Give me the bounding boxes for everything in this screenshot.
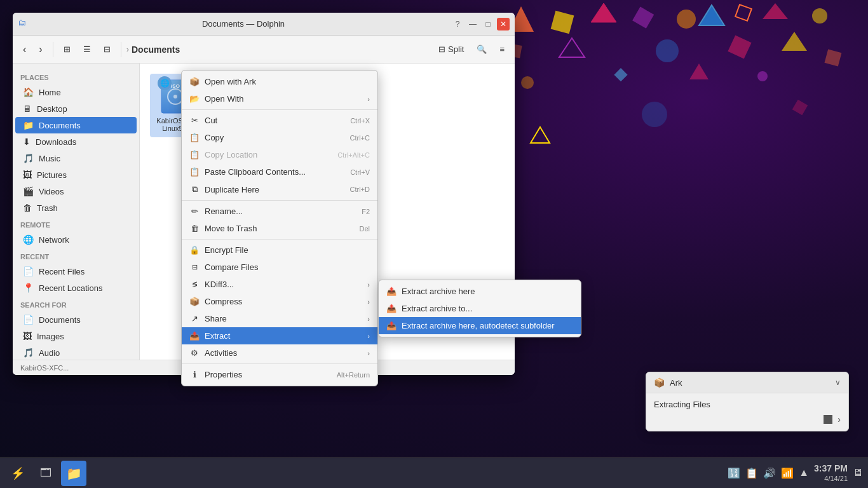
cm-properties[interactable]: ℹ Properties Alt+Return — [182, 366, 377, 383]
cm-rename-label: Rename... — [205, 207, 356, 216]
cm-compress[interactable]: 📦 Compress › — [182, 293, 377, 310]
clock-time: 3:37 PM — [814, 463, 848, 474]
extract-to[interactable]: 📤 Extract archive to... — [379, 300, 581, 317]
title-bar: 🗂 Documents — Dolphin ? — □ ✕ — [13, 13, 515, 36]
ark-collapse-button[interactable]: ∨ — [835, 378, 841, 387]
videos-icon: 🎬 — [23, 186, 34, 196]
cm-compare[interactable]: ⊟ Compare Files — [182, 259, 377, 276]
extract-autodetect[interactable]: 📤 Extract archive here, autodetect subfo… — [379, 317, 581, 334]
sidebar-item-music[interactable]: 🎵 Music — [15, 150, 137, 166]
svg-text:ISO: ISO — [171, 83, 180, 89]
sidebar-label-pictures: Pictures — [37, 170, 67, 180]
cm-dup-shortcut: Ctrl+D — [350, 186, 370, 193]
cm-dup-icon: ⧉ — [189, 184, 200, 194]
toolbar: ‹ › ⊞ ☰ ⊟ › Documents ⊟ Split 🔍 — [13, 36, 515, 64]
breadcrumb[interactable]: Documents — [132, 44, 431, 55]
cm-copy[interactable]: 📋 Copy Ctrl+C — [182, 129, 377, 146]
taskbar-right: 🔢 📋 🔊 📶 ▲ 3:37 PM 4/14/21 🖥 — [728, 463, 863, 483]
ark-notification: 📦 Ark ∨ Extracting Files › — [646, 372, 849, 431]
sidebar-label-music: Music — [39, 154, 60, 163]
sidebar-label-trash: Trash — [37, 203, 58, 213]
cm-rename-shortcut: F2 — [362, 208, 370, 215]
cm-extract[interactable]: 📤 Extract › — [182, 327, 377, 344]
cm-sep-3 — [182, 239, 377, 240]
sidebar-item-home[interactable]: 🏠 Home — [15, 84, 137, 100]
extract-autodetect-icon: 📤 — [386, 321, 397, 330]
cm-compress-label: Compress — [205, 297, 362, 306]
ark-title: Ark — [670, 378, 835, 388]
icon-view-icon: ⊞ — [64, 44, 71, 54]
taskbar-pager-button[interactable]: 🗔 — [33, 461, 58, 486]
cm-trash-shortcut: Del — [359, 225, 370, 233]
cm-copy-icon: 📋 — [189, 133, 200, 142]
taskbar-activities-button[interactable]: ⚡ — [5, 461, 31, 486]
cm-duplicate[interactable]: ⧉ Duplicate Here Ctrl+D — [182, 180, 377, 198]
cm-activities-icon: ⚙ — [189, 348, 200, 358]
screen-icon: 🖥 — [853, 467, 863, 478]
sidebar-item-documents[interactable]: 📁 Documents — [15, 117, 137, 133]
minimize-button[interactable]: — — [466, 18, 479, 30]
cm-activities[interactable]: ⚙ Activities › — [182, 344, 377, 362]
recent-section-label: Recent — [13, 248, 139, 263]
desktop-icon: 🖥 — [23, 104, 32, 114]
detail-view-button[interactable]: ☰ — [78, 39, 96, 60]
window-controls: ? — □ ✕ — [451, 18, 510, 30]
extract-here-label: Extract archive here — [402, 287, 573, 296]
cm-compress-icon: 📦 — [189, 297, 200, 306]
sidebar-item-search-audio[interactable]: 🎵 Audio — [15, 344, 137, 360]
ark-next-button[interactable]: › — [837, 414, 841, 424]
search-button[interactable]: 🔍 — [471, 39, 492, 60]
help-button[interactable]: ? — [451, 18, 464, 30]
cm-properties-label: Properties — [205, 370, 332, 379]
cm-paste[interactable]: 📋 Paste Clipboard Contents... Ctrl+V — [182, 163, 377, 180]
sidebar-item-recent-files[interactable]: 📄 Recent Files — [15, 263, 137, 280]
columns-view-button[interactable]: ⊟ — [98, 39, 116, 60]
sidebar-item-search-images[interactable]: 🖼 Images — [15, 328, 137, 344]
sidebar-item-pictures[interactable]: 🖼 Pictures — [15, 166, 137, 183]
cm-rename[interactable]: ✏ Rename... F2 — [182, 203, 377, 220]
network-indicator: 🔢 — [728, 467, 740, 479]
cm-kdiff3[interactable]: ≶ KDiff3... › — [182, 276, 377, 293]
search-docs-icon: 📄 — [23, 315, 34, 325]
sidebar-label-search-audio: Audio — [39, 348, 60, 358]
cm-open-with[interactable]: 📂 Open With › — [182, 90, 377, 107]
forward-button[interactable]: › — [34, 39, 47, 60]
split-button[interactable]: ⊟ Split — [433, 39, 469, 60]
cm-share[interactable]: ↗ Share › — [182, 310, 377, 327]
back-button[interactable]: ‹ — [18, 39, 31, 60]
ark-stop-button[interactable] — [824, 415, 832, 424]
activities-icon: ⚡ — [11, 466, 25, 480]
cm-encrypt[interactable]: 🔒 Encrypt File — [182, 241, 377, 259]
home-icon: 🏠 — [23, 87, 34, 97]
cm-compare-icon: ⊟ — [189, 263, 200, 271]
sidebar-item-search-documents[interactable]: 📄 Documents — [15, 311, 137, 328]
sidebar-item-desktop[interactable]: 🖥 Desktop — [15, 100, 137, 117]
volume-indicator[interactable]: 🔊 — [763, 467, 776, 479]
extract-here[interactable]: 📤 Extract archive here — [379, 283, 581, 300]
extract-here-icon: 📤 — [386, 287, 397, 296]
documents-icon: 📁 — [23, 120, 34, 130]
cm-trash[interactable]: 🗑 Move to Trash Del — [182, 220, 377, 237]
sidebar-item-network[interactable]: 🌐 Network — [15, 231, 137, 248]
tray-arrow[interactable]: ▲ — [799, 467, 809, 478]
detail-view-icon: ☰ — [83, 44, 91, 54]
maximize-button[interactable]: □ — [482, 18, 494, 30]
close-button[interactable]: ✕ — [497, 18, 510, 30]
sidebar-item-downloads[interactable]: ⬇ Downloads — [15, 133, 137, 150]
cm-cut[interactable]: ✂ Cut Ctrl+X — [182, 112, 377, 129]
cm-ark-icon: 📦 — [189, 77, 200, 86]
sidebar-item-videos[interactable]: 🎬 Videos — [15, 183, 137, 200]
taskbar-dolphin-button[interactable]: 📁 — [61, 461, 86, 486]
sidebar-item-trash[interactable]: 🗑 Trash — [15, 200, 137, 216]
cm-cut-label: Cut — [205, 116, 345, 125]
wifi-indicator[interactable]: 📶 — [781, 467, 794, 479]
cm-open-with-ark[interactable]: 📦 Open with Ark — [182, 73, 377, 90]
menu-button[interactable]: ≡ — [494, 39, 510, 60]
taskbar-clock[interactable]: 3:37 PM 4/14/21 — [814, 463, 848, 483]
icon-view-button[interactable]: ⊞ — [58, 39, 76, 60]
sidebar-label-search-documents: Documents — [39, 315, 81, 325]
sidebar-label-search-images: Images — [37, 332, 64, 341]
cm-copy-label: Copy — [205, 133, 345, 142]
cm-activities-arrow: › — [367, 349, 370, 357]
sidebar-item-recent-locations[interactable]: 📍 Recent Locations — [15, 280, 137, 296]
